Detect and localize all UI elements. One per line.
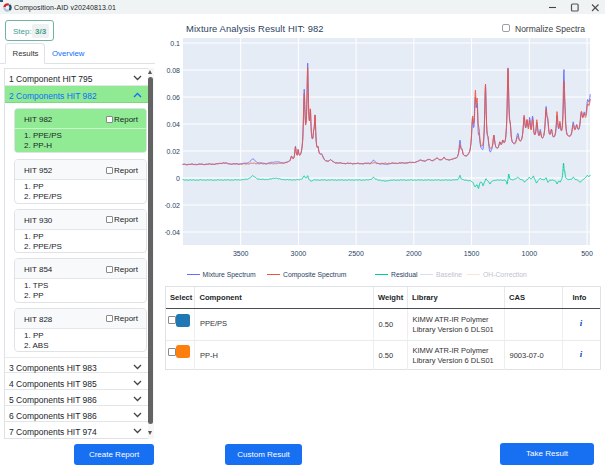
svg-text:1500: 1500 — [464, 250, 480, 257]
svg-text:0: 0 — [176, 175, 180, 182]
svg-text:3500: 3500 — [233, 250, 249, 257]
svg-text:3000: 3000 — [291, 250, 307, 257]
svg-text:0.1: 0.1 — [170, 40, 180, 47]
svg-text:0.04: 0.04 — [166, 121, 180, 128]
svg-text:500: 500 — [581, 250, 593, 257]
svg-text:0.06: 0.06 — [166, 94, 180, 101]
svg-text:2000: 2000 — [406, 250, 422, 257]
svg-text:2500: 2500 — [348, 250, 364, 257]
svg-text:−0.02: −0.02 — [165, 202, 180, 209]
svg-text:0.08: 0.08 — [166, 67, 180, 74]
svg-text:1000: 1000 — [522, 250, 538, 257]
svg-text:0.02: 0.02 — [166, 148, 180, 155]
svg-text:−0.04: −0.04 — [165, 229, 180, 236]
